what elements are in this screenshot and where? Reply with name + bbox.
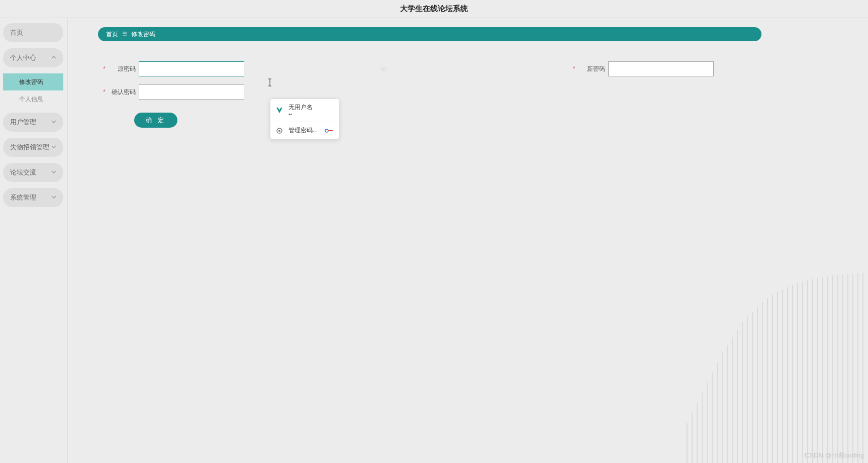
sidebar-item-label: 首页 (10, 28, 23, 37)
submenu-item-change-password[interactable]: 修改密码 (3, 73, 63, 90)
app-header: 大学生在线论坛系统 (0, 0, 868, 18)
required-marker: * (103, 65, 106, 72)
new-password-label: 新密码 (577, 65, 605, 73)
sidebar-item-system[interactable]: 系统管理 (3, 188, 63, 207)
required-marker: * (103, 88, 106, 96)
vue-logo-icon (275, 107, 283, 115)
old-password-input[interactable] (139, 61, 244, 76)
sidebar-item-personal-center[interactable]: 个人中心 (3, 48, 63, 67)
sidebar-item-user-manage[interactable]: 用户管理 (3, 113, 63, 132)
confirm-password-field: * 确认密码 (103, 84, 868, 100)
chevron-down-icon (51, 169, 56, 175)
old-password-field: * 原密码 (103, 61, 387, 76)
sidebar: 首页 个人中心 修改密码 个人信息 用户管理 失物招领管理 (0, 18, 68, 463)
chevron-down-icon (51, 144, 56, 150)
gear-icon (275, 127, 283, 135)
autofill-suggestion[interactable]: 无用户名 •• (270, 99, 339, 122)
sidebar-item-label: 失物招领管理 (10, 143, 49, 152)
sidebar-item-home[interactable]: 首页 (3, 23, 63, 42)
app-title: 大学生在线论坛系统 (400, 4, 468, 14)
submenu-personal-center: 修改密码 个人信息 (3, 73, 67, 108)
autofill-username: 无用户名 (288, 103, 313, 112)
sidebar-item-label: 论坛交流 (10, 168, 36, 177)
watermark: CSDN @小蔡coding (805, 451, 864, 460)
autofill-password-mask: •• (288, 112, 313, 118)
new-password-input[interactable] (608, 61, 714, 76)
svg-point-4 (325, 129, 328, 132)
submit-button[interactable]: 确 定 (134, 113, 177, 128)
change-password-form: * 原密码 * 新密码 * 确认密码 确 定 (98, 61, 868, 128)
submenu-item-label: 个人信息 (19, 95, 43, 104)
sidebar-item-label: 个人中心 (10, 53, 36, 62)
submenu-item-personal-info[interactable]: 个人信息 (3, 90, 63, 108)
main-layout: 首页 个人中心 修改密码 个人信息 用户管理 失物招领管理 (0, 18, 868, 463)
svg-rect-5 (328, 130, 333, 131)
required-marker: * (573, 65, 575, 72)
new-password-field: * 新密码 (573, 61, 714, 76)
sidebar-item-lost-found[interactable]: 失物招领管理 (3, 138, 63, 157)
confirm-password-label: 确认密码 (108, 88, 136, 97)
content-area: 首页 修改密码 * 原密码 * 新密码 (68, 18, 868, 463)
chevron-down-icon (51, 119, 56, 125)
confirm-password-input[interactable] (139, 84, 244, 100)
old-password-label: 原密码 (108, 65, 136, 73)
sidebar-item-label: 系统管理 (10, 193, 36, 202)
sidebar-item-label: 用户管理 (10, 118, 36, 127)
key-icon (325, 128, 334, 134)
decorative-lines-icon (677, 272, 868, 463)
sidebar-item-forum[interactable]: 论坛交流 (3, 163, 63, 182)
svg-point-3 (278, 130, 280, 132)
breadcrumb-separator-icon (122, 31, 127, 37)
breadcrumb-home[interactable]: 首页 (106, 30, 118, 39)
manage-passwords-label: 管理密码... (288, 126, 318, 135)
eye-icon[interactable] (380, 65, 387, 72)
password-autofill-popup: 无用户名 •• 管理密码... (270, 99, 339, 139)
chevron-down-icon (51, 195, 56, 201)
manage-passwords[interactable]: 管理密码... (270, 122, 339, 139)
submenu-item-label: 修改密码 (19, 78, 43, 86)
breadcrumb: 首页 修改密码 (98, 27, 761, 41)
breadcrumb-current: 修改密码 (131, 30, 155, 39)
chevron-up-icon (51, 55, 56, 61)
svg-point-1 (382, 68, 384, 70)
